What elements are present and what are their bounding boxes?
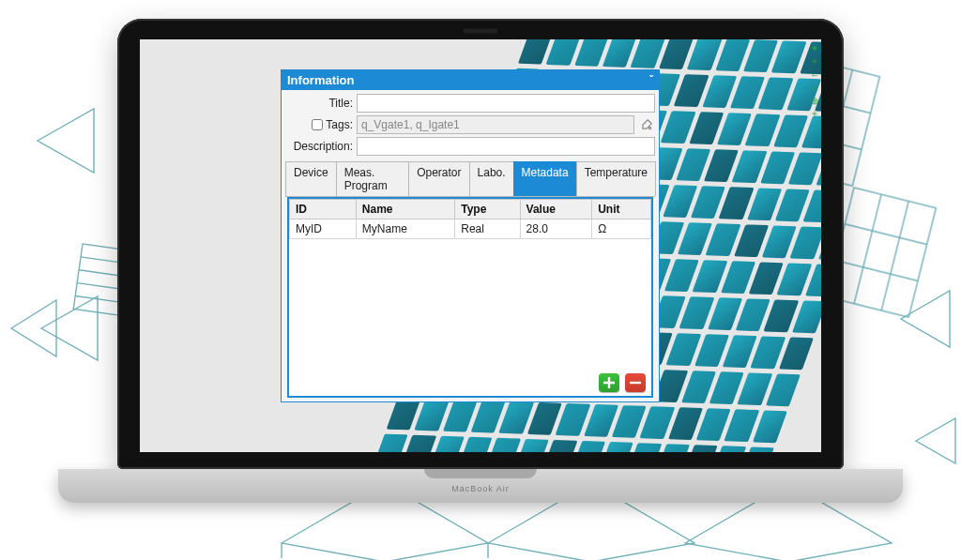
side-icon[interactable]: ○ [810,83,819,92]
camera-notch [463,28,498,34]
svg-line-22 [881,202,908,310]
cell-value[interactable]: 28.0 [520,219,592,239]
tab-temperature[interactable]: Temperature [576,161,656,196]
form-area: Title: Tags: Descripti [282,90,659,401]
screen-bezel: ✦ ＋ ← ○ ⊕ ＋ Information ˇ Title: [117,19,844,469]
panel-title: Information [287,73,355,87]
title-row: Title: [285,94,655,113]
svg-point-25 [648,127,650,129]
tags-row: Tags: [285,115,655,134]
side-icon[interactable]: ＋ [810,56,819,66]
information-panel: Information ˇ Title: Tags: [281,69,660,402]
cell-name[interactable]: MyName [356,219,454,239]
column-header[interactable]: ID [290,200,357,219]
svg-rect-26 [630,382,641,384]
table-actions [289,370,651,396]
column-header[interactable]: Unit [592,200,651,219]
tags-tools-icon[interactable] [638,116,655,133]
side-icon[interactable]: ✦ [810,43,819,53]
metadata-table-scroll: IDNameTypeValueUnit MyIDMyNameReal28.0Ω [289,199,651,370]
svg-marker-2 [11,300,56,356]
tags-checkbox[interactable] [312,119,323,130]
tags-input[interactable] [357,115,634,134]
tags-label-text: Tags: [326,118,353,131]
side-icon[interactable]: ← [810,69,819,79]
description-row: Description: [285,137,655,156]
tab-operator[interactable]: Operator [408,161,469,196]
table-row[interactable]: MyIDMyNameReal28.0Ω [290,219,651,239]
add-row-button[interactable] [599,373,619,392]
tab-meas-program[interactable]: Meas. Program [336,161,410,196]
svg-marker-1 [41,296,98,360]
title-input[interactable] [357,94,655,113]
collapse-icon[interactable]: ˇ [649,74,653,87]
svg-marker-4 [916,418,955,463]
svg-line-24 [836,261,918,281]
side-icon[interactable]: ⊕ [810,96,819,105]
trackpad-notch [424,469,537,478]
svg-line-9 [75,295,122,302]
tab-metadata[interactable]: Metadata [513,161,577,196]
tags-label: Tags: [285,118,353,131]
cell-unit[interactable]: Ω [592,219,651,239]
tab-device[interactable]: Device [285,161,337,196]
column-header[interactable]: Value [520,200,592,219]
laptop-base: MacBook Air [58,469,903,503]
metadata-table: IDNameTypeValueUnit MyIDMyNameReal28.0Ω [289,199,651,239]
laptop-brand-text: MacBook Air [451,484,510,493]
tab-labo-[interactable]: Labo. [469,161,514,196]
svg-line-23 [845,224,926,245]
svg-marker-3 [901,291,950,347]
panel-header[interactable]: Information ˇ [282,70,659,90]
cell-id[interactable]: MyID [290,219,357,239]
editor-side-toolbar: ✦ ＋ ← ○ ⊕ ＋ [810,43,819,118]
laptop-frame: ✦ ＋ ← ○ ⊕ ＋ Information ˇ Title: [117,19,844,525]
svg-line-21 [854,194,881,303]
metadata-tab-content: IDNameTypeValueUnit MyIDMyNameReal28.0Ω [287,197,653,398]
screen: ✦ ＋ ← ○ ⊕ ＋ Information ˇ Title: [140,39,821,452]
title-label: Title: [285,97,353,110]
svg-marker-0 [38,109,94,173]
column-header[interactable]: Name [356,200,454,219]
description-input[interactable] [357,137,655,156]
remove-row-button[interactable] [625,373,646,392]
side-icon[interactable]: ＋ [810,109,819,118]
tab-bar: DeviceMeas. ProgramOperatorLabo.Metadata… [285,161,655,197]
cell-type[interactable]: Real [455,219,520,239]
description-label: Description: [285,140,353,153]
column-header[interactable]: Type [455,200,520,219]
